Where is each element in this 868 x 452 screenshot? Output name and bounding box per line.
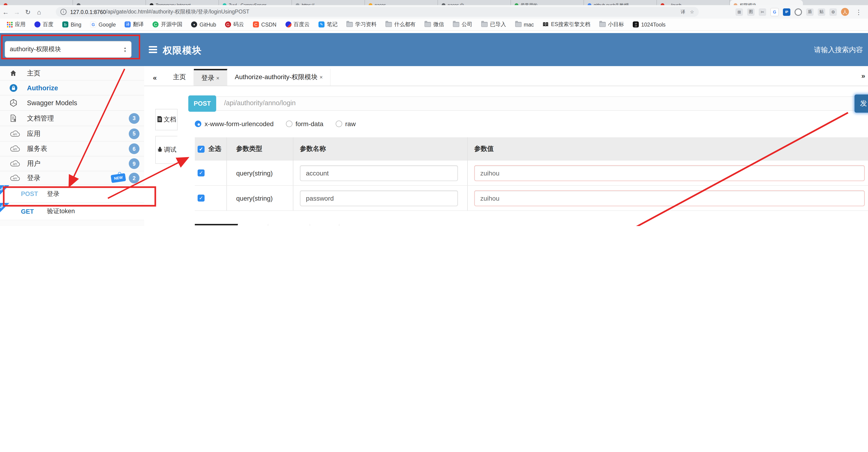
bookmark-item[interactable]: 已导入 [481, 21, 506, 28]
browser-tab[interactable]: 权限模块 [730, 0, 803, 5]
content-type-option[interactable]: form-data [286, 120, 323, 128]
sidebar-item-3[interactable]: 文档管理3 [0, 111, 144, 126]
close-tab-icon[interactable]: × [319, 74, 323, 81]
puzzle-extension-icon[interactable]: ⚙ [829, 8, 837, 16]
browser-tab[interactable]: nacos 中… [438, 0, 511, 5]
site-info-icon[interactable]: i [60, 9, 66, 15]
bookmark-item[interactable]: 学习资料 [346, 21, 377, 28]
content-type-option[interactable]: x-www-form-urlencoded [195, 120, 274, 128]
bookmark-item[interactable]: C开源中国 [153, 21, 182, 28]
bookmark-item[interactable]: 公司 [453, 21, 472, 28]
shield-extension-icon[interactable]: 盾 [806, 8, 814, 16]
browser-tab[interactable]: 最常用的… [511, 0, 584, 5]
bookmark-item[interactable]: 译翻译 [125, 21, 144, 28]
param-type-label: query(string) [236, 194, 273, 202]
sidebar-item-2[interactable]: Swagger Models [0, 95, 144, 111]
sidebar-item-0[interactable]: 主页 [0, 66, 144, 81]
bookmark-item[interactable]: 微信 [425, 21, 444, 28]
bookmark-item[interactable]: mac [515, 22, 534, 27]
bookmark-item[interactable]: G码云 [225, 21, 244, 28]
browser-tab[interactable]: github push失败/慢… [584, 0, 657, 5]
sidebar-endpoint-post[interactable]: NEWPOST登录 [0, 185, 144, 203]
workspace-tab[interactable]: 登录× [194, 69, 227, 86]
bookmark-item[interactable]: 什么都有 [385, 21, 415, 28]
workspace-tab[interactable]: Authorize-authority-权限模块× [227, 69, 331, 86]
ip-extension-icon[interactable]: IP [783, 8, 790, 16]
response-tab-响应内容[interactable]: 响应内容 [195, 224, 238, 226]
browser-tab[interactable]: nacos [365, 0, 438, 5]
bookmark-item[interactable]: 小目标 [599, 21, 624, 28]
radio-unselected-icon[interactable] [286, 120, 292, 127]
browser-tab[interactable]: Temporary Interact… [146, 0, 219, 5]
radio-selected-icon[interactable] [195, 120, 201, 127]
content-type-option[interactable]: raw [335, 120, 356, 128]
screen: Temporary Interact…Zuul - CampuServer…ht… [0, 0, 868, 226]
grid-extension-icon[interactable]: ⊞ [736, 8, 743, 16]
sidebar-endpoint-get[interactable]: NEWGET验证token [0, 203, 144, 220]
checkbox-checked-icon[interactable]: ✓ [197, 145, 205, 152]
reload-icon[interactable]: ↻ [22, 8, 33, 16]
baiduyun-icon [285, 21, 291, 27]
header-select-all-cell: ✓全选 [195, 137, 227, 161]
radio-unselected-icon[interactable] [335, 120, 342, 127]
google-extension-icon[interactable]: G [770, 8, 779, 16]
home-icon[interactable]: ⌂ [33, 8, 44, 16]
profile-avatar[interactable]: 人 [841, 8, 849, 16]
address-bar[interactable]: i 127.0.0.1:8760 /api/gate/doc.html#/aut… [56, 7, 699, 17]
header-search-input[interactable]: 请输入搜索内容 [814, 46, 863, 54]
param-name-input[interactable] [300, 190, 458, 206]
bookmark-label: GitHub [199, 22, 216, 27]
back-icon[interactable]: ← [0, 8, 11, 16]
forward-icon[interactable]: → [11, 8, 22, 16]
bookmark-item[interactable]: 百度 [34, 21, 54, 28]
response-tab-raw[interactable]: Raw [238, 224, 268, 226]
send-button[interactable]: 发送 [855, 94, 868, 113]
bookmark-item[interactable]: CCSDN [253, 21, 276, 27]
workspace-tab[interactable]: 主页 [165, 69, 194, 86]
sidebar-item-6[interactable]: API用户9 [0, 157, 144, 171]
bookmark-star-icon[interactable]: ☆ [690, 9, 694, 15]
bookmark-item[interactable]: ES搜索引擎文档 [543, 21, 590, 28]
bookmark-item[interactable]: bBing [62, 21, 81, 27]
hamburger-icon[interactable] [149, 46, 157, 53]
bookmark-item[interactable]: 10241024Tools [633, 21, 665, 27]
checkbox-checked-icon[interactable]: ✓ [197, 195, 205, 202]
param-name-input[interactable] [300, 165, 458, 181]
browser-tab[interactable]: Zuul - CampuServer… [219, 0, 292, 5]
translate-icon[interactable]: 译 [681, 9, 685, 15]
response-tab-headers[interactable]: Headers [268, 224, 310, 226]
browser-tab[interactable]: https://… [292, 0, 365, 5]
bookmark-item[interactable]: ♦GitHub [191, 21, 216, 27]
params-table: ✓全选参数类型参数名称参数值✓query(string)✓query(strin… [195, 137, 868, 211]
collapse-sidebar-icon[interactable]: « [144, 69, 165, 86]
capture-extension-icon[interactable]: 图 [747, 8, 754, 16]
circle-extension-icon[interactable] [795, 8, 802, 16]
sidebar-item-4[interactable]: API应用5 [0, 126, 144, 142]
browser-tab[interactable] [0, 0, 73, 5]
tab-title: 权限模块 [740, 2, 756, 5]
param-value-input[interactable] [474, 165, 865, 181]
table-row: ✓query(string) [195, 161, 868, 186]
vertical-tab-label: 调试 [164, 146, 177, 154]
bookmark-label: 开源中国 [161, 21, 182, 28]
more-tabs-icon[interactable]: » [861, 72, 865, 80]
pin-extension-icon[interactable]: 贴 [818, 8, 825, 16]
response-tab-curl[interactable]: Curl [310, 224, 339, 226]
bookmark-item[interactable]: ✎笔记 [318, 21, 338, 28]
browser-menu-icon[interactable]: ⋮ [853, 8, 864, 16]
tab-debug[interactable]: 调试 [155, 136, 178, 164]
param-value-input[interactable] [474, 190, 865, 206]
browser-tab[interactable]: …(push… [657, 0, 730, 5]
bookmark-item[interactable]: 应用 [6, 21, 26, 28]
bookmark-item[interactable]: 百度云 [285, 21, 310, 28]
browser-tab[interactable] [73, 0, 146, 5]
tab-document[interactable]: 文档 [155, 109, 178, 130]
clip-extension-icon[interactable]: ✂ [759, 8, 766, 16]
sidebar-item-5[interactable]: API服务表6 [0, 142, 144, 157]
close-tab-icon[interactable]: × [216, 75, 219, 81]
sidebar-item-authorize[interactable]: Authorize [0, 81, 144, 95]
sidebar-item-7[interactable]: API登录NEW2 [0, 171, 144, 185]
checkbox-checked-icon[interactable]: ✓ [197, 169, 205, 176]
bookmark-item[interactable]: GGoogle [90, 21, 116, 27]
module-select[interactable]: authority-权限模块 ▲▼ [5, 41, 131, 58]
